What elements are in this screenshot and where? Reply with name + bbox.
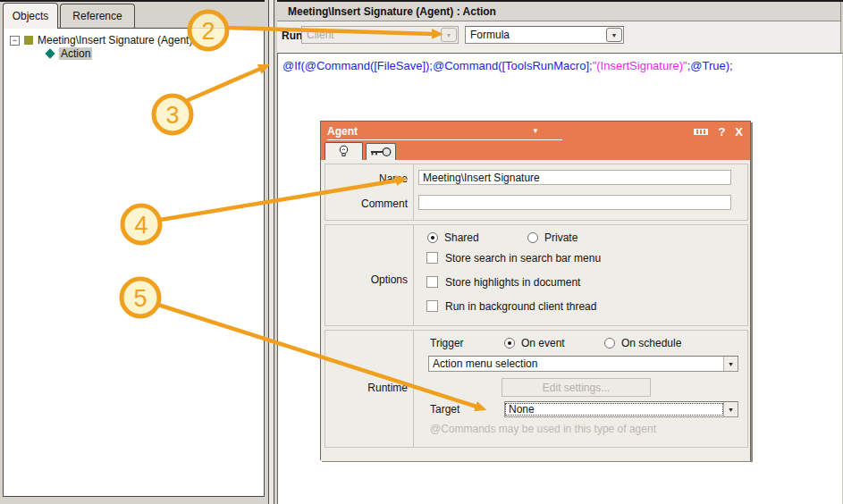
shared-label: Shared [444,231,479,244]
domino-designer-screen: Objects Reference − Meeting\Insert Signa… [0,0,843,504]
tree-item-action[interactable]: Action [59,47,92,60]
tab-reference[interactable]: Reference [60,4,135,28]
run-client-dropdown-icon: ▼ [441,28,457,42]
run-client-select: Client ▼ [301,26,459,44]
agent-type-note: @Commands may be used in this type of ag… [430,423,656,435]
event-select-dropdown-icon[interactable]: ▼ [723,357,738,371]
store-search-label: Store search in search bar menu [445,252,601,265]
on-schedule-label: On schedule [621,337,681,349]
lightbulb-icon [338,145,350,159]
run-language-dropdown-icon[interactable]: ▼ [606,28,622,42]
run-background-checkbox[interactable] [426,300,438,312]
target-select[interactable]: None ▼ [504,401,738,417]
run-label: Run [282,29,302,42]
options-label: Options [325,273,408,286]
comment-field[interactable] [418,195,731,210]
objects-tree-panel: − Meeting\Insert Signature (Agent) Actio… [3,28,265,497]
event-select-value: Action menu selection [429,357,723,370]
agent-properties-dialog: Agent ▼ ? X [320,121,751,460]
dialog-tab-row [321,141,750,160]
trigger-label: Trigger [430,337,464,349]
collapse-stripes-icon[interactable] [694,129,708,135]
tab-objects[interactable]: Objects [3,3,58,29]
titlebar-icons: ? X [694,122,743,141]
formula-suffix: ;@True); [687,59,733,72]
tree-row-action: Action [45,47,92,60]
edit-settings-label: Edit settings... [543,382,610,394]
group-divider [413,164,414,220]
dialog-titlebar[interactable]: Agent ▼ ? X [321,122,750,141]
store-highlights-label: Store highlights in document [445,276,580,289]
tab-reference-label: Reference [72,10,122,22]
target-label: Target [430,403,459,416]
panel-splitter[interactable] [268,0,274,504]
group-divider [413,331,414,447]
formula-string-literal: "(InsertSignature)" [593,59,687,72]
help-icon[interactable]: ? [718,126,725,138]
title-dropdown-icon[interactable]: ▼ [532,127,539,135]
dialog-body: Name Comment Options Shared Private Stor… [321,160,750,461]
dialog-title: Agent [327,125,358,138]
run-row: Run Client ▼ Formula ▼ [277,21,841,53]
editor-title: Meeting\Insert Signature (Agent) : Actio… [288,5,496,18]
private-radio[interactable] [527,232,538,243]
editor-header: Meeting\Insert Signature (Agent) : Actio… [277,2,841,21]
tree-row-agent: − Meeting\Insert Signature (Agent) [10,34,192,46]
tab-objects-label: Objects [13,10,49,22]
splitter-zone [265,0,277,504]
properties-type-dropdown[interactable]: Agent ▼ [327,122,562,140]
name-comment-group: Name Comment [325,164,748,221]
key-icon [369,147,392,158]
run-language-value: Formula [466,29,606,41]
edit-settings-button: Edit settings... [502,378,651,397]
event-select[interactable]: Action menu selection ▼ [428,356,738,372]
group-divider [413,225,414,325]
run-client-value: Client [302,29,441,41]
tab-security[interactable] [366,143,396,160]
private-label: Private [544,231,577,244]
run-language-select[interactable]: Formula ▼ [465,26,624,44]
on-event-radio[interactable] [504,338,515,349]
on-event-label: On event [521,337,565,349]
target-select-value: None [505,403,723,416]
store-highlights-checkbox[interactable] [426,276,438,288]
target-select-dropdown-icon[interactable]: ▼ [723,402,738,416]
store-search-checkbox[interactable] [426,252,438,264]
action-diamond-icon [45,48,55,58]
name-label: Name [325,172,408,185]
tree-item-agent[interactable]: Meeting\Insert Signature (Agent) [38,34,192,46]
formula-prefix: @If(@Command([FileSave]);@Command([Tools… [282,59,593,72]
run-background-label: Run in background client thread [445,300,596,313]
collapse-minus-icon[interactable]: − [10,36,20,46]
options-group: Options Shared Private Store search in s… [325,224,748,326]
on-schedule-radio[interactable] [604,338,615,349]
name-field[interactable] [418,170,731,185]
tab-basics[interactable] [325,142,363,160]
agent-square-icon [24,36,33,45]
runtime-label: Runtime [325,382,408,394]
runtime-group: Runtime Trigger On event On schedule Act… [325,330,748,448]
shared-radio[interactable] [427,232,438,243]
close-icon[interactable]: X [735,126,743,138]
comment-label: Comment [325,197,408,210]
